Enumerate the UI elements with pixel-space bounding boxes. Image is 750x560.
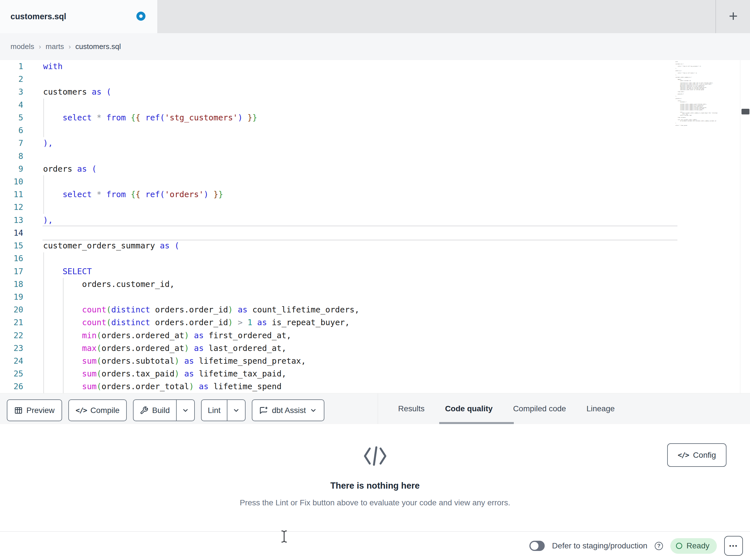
code-brackets-icon: </> xyxy=(678,451,689,459)
line-number: 26 xyxy=(0,380,27,393)
build-dropdown-button[interactable] xyxy=(176,400,194,421)
config-button[interactable]: </> Config xyxy=(667,443,727,467)
status-bar: Defer to staging/production ? Ready ••• xyxy=(0,532,750,560)
line-number: 18 xyxy=(0,278,27,291)
line-number: 3 xyxy=(0,86,27,98)
defer-label: Defer to staging/production xyxy=(552,541,647,551)
code-line[interactable]: sum(orders.subtotal) as lifetime_spend_p… xyxy=(43,355,359,367)
defer-toggle[interactable] xyxy=(529,541,545,551)
code-content[interactable]: withcustomers as ( select * from {{ ref(… xyxy=(43,60,359,393)
empty-state-title: There is nothing here xyxy=(0,481,750,491)
code-line[interactable]: count(distinct orders.order_id) as count… xyxy=(43,303,359,316)
status-badge: Ready xyxy=(670,538,717,554)
minimap-code: with customers as ( select * from {{ ref… xyxy=(675,61,697,126)
chevron-down-icon xyxy=(233,407,240,414)
toolbar-buttons: Preview </> Compile Build xyxy=(7,399,324,421)
compile-button[interactable]: </> Compile xyxy=(68,399,127,421)
tab-lineage[interactable]: Lineage xyxy=(586,393,615,424)
dbt-assist-button-label: dbt Assist xyxy=(272,406,306,415)
code-line[interactable]: min(orders.ordered_at) as first_ordered_… xyxy=(43,329,359,342)
tab-results[interactable]: Results xyxy=(398,393,425,424)
toggle-knob xyxy=(531,542,538,550)
help-icon[interactable]: ? xyxy=(655,542,663,550)
result-panel-tabs: Results Code quality Compiled code Linea… xyxy=(398,393,615,424)
code-line[interactable] xyxy=(43,124,359,137)
line-number: 2 xyxy=(0,73,27,86)
wrench-icon xyxy=(140,406,148,415)
build-split-button: Build xyxy=(133,399,195,421)
unsaved-changes-dot-icon xyxy=(136,12,145,21)
breadcrumb-separator-icon: › xyxy=(39,43,41,51)
overflow-menu-button[interactable]: ••• xyxy=(724,536,743,556)
toolbar-tabs-divider xyxy=(378,393,378,424)
line-number: 21 xyxy=(0,316,27,329)
breadcrumb-bar: models › marts › customers.sql Save xyxy=(0,33,750,60)
lint-dropdown-button[interactable] xyxy=(227,400,245,421)
code-line[interactable]: orders.customer_id, xyxy=(43,278,359,291)
table-icon xyxy=(14,406,23,415)
line-number: 7 xyxy=(0,137,27,149)
breadcrumb-item-file[interactable]: customers.sql xyxy=(75,42,121,51)
code-line[interactable]: SELECT xyxy=(43,265,359,278)
code-line[interactable]: customer_orders_summary as ( xyxy=(43,240,359,252)
empty-state: There is nothing here Press the Lint or … xyxy=(0,424,750,507)
code-editor[interactable]: 1234567891011121314151617181920212223242… xyxy=(0,60,750,393)
code-line[interactable]: sum(orders.tax_paid) as lifetime_tax_pai… xyxy=(43,367,359,380)
line-number: 6 xyxy=(0,124,27,137)
tab-compiled-code[interactable]: Compiled code xyxy=(513,393,566,424)
code-line[interactable] xyxy=(43,99,359,111)
active-tab-underline xyxy=(439,422,514,424)
code-line[interactable] xyxy=(43,227,359,240)
editor-scrollbar-track xyxy=(740,60,741,393)
line-number: 1 xyxy=(0,60,27,73)
line-number: 9 xyxy=(0,163,27,175)
tab-code-quality[interactable]: Code quality xyxy=(445,393,493,424)
code-brackets-icon: </> xyxy=(76,406,87,414)
breadcrumb-item-models[interactable]: models xyxy=(11,42,34,51)
build-button[interactable]: Build xyxy=(134,400,176,421)
dbt-assist-button[interactable]: dbt Assist xyxy=(252,399,324,421)
code-line[interactable]: ), xyxy=(43,137,359,149)
status-bar-right: Defer to staging/production ? Ready ••• xyxy=(529,532,743,560)
code-line[interactable]: count(distinct orders.order_id) > 1 as i… xyxy=(43,316,359,329)
status-circle-icon xyxy=(675,542,683,549)
preview-button[interactable]: Preview xyxy=(7,399,62,421)
code-line[interactable] xyxy=(43,175,359,188)
chevron-down-icon xyxy=(310,407,317,414)
code-line[interactable] xyxy=(43,73,359,86)
preview-button-label: Preview xyxy=(26,406,55,415)
line-number: 10 xyxy=(0,175,27,188)
new-tab-button[interactable]: + xyxy=(722,0,745,33)
code-line[interactable]: sum(orders.order_total) as lifetime_spen… xyxy=(43,380,359,393)
code-line[interactable] xyxy=(43,252,359,265)
lint-button-label: Lint xyxy=(208,406,221,415)
dbt-ide-window: customers.sql + models › marts › custome… xyxy=(0,0,750,560)
code-line[interactable] xyxy=(43,291,359,303)
code-line[interactable]: select * from {{ ref('stg_customers') }} xyxy=(43,111,359,124)
code-line[interactable] xyxy=(43,201,359,213)
code-line[interactable]: orders as ( xyxy=(43,163,359,175)
line-number: 12 xyxy=(0,201,27,213)
editor-scrollbar-thumb[interactable] xyxy=(742,109,749,115)
line-number: 16 xyxy=(0,252,27,265)
breadcrumb-item-marts[interactable]: marts xyxy=(46,42,64,51)
code-line[interactable]: max(orders.ordered_at) as last_ordered_a… xyxy=(43,342,359,355)
line-number: 5 xyxy=(0,111,27,124)
code-line[interactable]: ), xyxy=(43,214,359,227)
minimap[interactable]: with customers as ( select * from {{ ref… xyxy=(675,61,739,132)
compile-button-label: Compile xyxy=(91,406,120,415)
code-line[interactable]: customers as ( xyxy=(43,86,359,98)
chevron-down-icon xyxy=(182,407,189,414)
line-number: 20 xyxy=(0,303,27,316)
status-badge-label: Ready xyxy=(687,541,709,551)
line-number: 14 xyxy=(0,227,27,240)
build-button-label: Build xyxy=(152,406,170,415)
code-line[interactable]: with xyxy=(43,60,359,73)
text-cursor-pointer xyxy=(280,530,288,544)
code-line[interactable]: select * from {{ ref('orders') }} xyxy=(43,188,359,201)
file-tab-customers-sql[interactable]: customers.sql xyxy=(0,0,158,33)
config-button-label: Config xyxy=(693,451,716,460)
code-line[interactable] xyxy=(43,150,359,163)
lint-button[interactable]: Lint xyxy=(202,400,227,421)
line-number: 11 xyxy=(0,188,27,201)
